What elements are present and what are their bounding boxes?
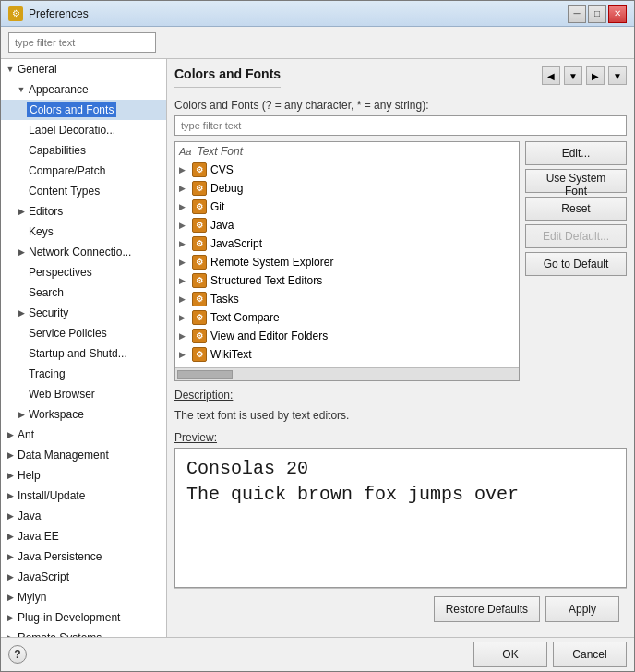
sidebar-label-java-persistence: Java Persistence [16, 549, 103, 564]
expand-install-icon[interactable]: ▶ [5, 490, 16, 501]
main-filter-input[interactable] [8, 32, 156, 53]
cancel-button[interactable]: Cancel [553, 642, 627, 667]
sidebar-item-colors-fonts[interactable]: Colors and Fonts [1, 100, 166, 120]
expand-java-icon[interactable]: ▶ [5, 510, 16, 522]
font-item-text-compare[interactable]: ▶ ⚙ Text Compare [175, 308, 519, 327]
expand-git-icon: ▶ [179, 202, 188, 211]
hscroll-bar[interactable] [175, 367, 519, 380]
hscroll-thumb[interactable] [177, 370, 233, 379]
expand-help-icon[interactable]: ▶ [5, 470, 16, 481]
sidebar-label-perspectives: Perspectives [27, 265, 94, 280]
expand-data-icon[interactable]: ▶ [5, 450, 16, 461]
sidebar-item-startup[interactable]: Startup and Shutd... [1, 343, 166, 364]
use-system-font-button[interactable]: Use System Font [525, 169, 627, 193]
sidebar-item-web-browser[interactable]: Web Browser [1, 384, 166, 404]
nav-dropdown-button[interactable]: ▼ [564, 66, 582, 85]
expand-web-icon [16, 389, 27, 400]
sidebar-label-search: Search [27, 285, 66, 300]
edit-default-button[interactable]: Edit Default... [525, 224, 627, 248]
expand-appearance-icon[interactable]: ▼ [16, 84, 27, 95]
nav-menu-button[interactable]: ▼ [608, 66, 627, 85]
sidebar-item-mylyn[interactable]: ▶ Mylyn [1, 587, 166, 607]
sidebar-item-java-persistence[interactable]: ▶ Java Persistence [1, 546, 166, 567]
sidebar-item-network[interactable]: ▶ Network Connectio... [1, 242, 166, 262]
sidebar-item-service-policies[interactable]: Service Policies [1, 323, 166, 343]
sidebar-item-security[interactable]: ▶ Security [1, 303, 166, 323]
preview-line2: The quick brown fox jumps over [186, 482, 615, 508]
preview-box: Consolas 20 The quick brown fox jumps ov… [174, 448, 627, 588]
sidebar-label-java-ee: Java EE [16, 529, 61, 544]
fonts-area: Aa Text Font ▶ ⚙ CVS ▶ ⚙ Deb [174, 141, 627, 381]
sidebar-item-workspace[interactable]: ▶ Workspace [1, 404, 166, 425]
ok-button[interactable]: OK [473, 642, 547, 667]
expand-java-persistence-icon[interactable]: ▶ [5, 551, 16, 562]
expand-workspace-icon[interactable]: ▶ [16, 409, 27, 420]
expand-editors-icon[interactable]: ▶ [16, 206, 27, 217]
reset-button[interactable]: Reset [525, 197, 627, 221]
sidebar-item-perspectives[interactable]: Perspectives [1, 262, 166, 282]
nav-back-button[interactable]: ◀ [542, 66, 560, 85]
expand-general-icon[interactable]: ▼ [5, 64, 16, 75]
font-item-java[interactable]: ▶ ⚙ Java [175, 216, 519, 234]
close-button[interactable]: ✕ [608, 5, 627, 23]
titlebar-controls: ─ □ ✕ [568, 5, 627, 23]
font-item-remote-sys[interactable]: ▶ ⚙ Remote System Explorer [175, 253, 519, 271]
sidebar-label-install-update: Install/Update [16, 488, 87, 503]
expand-plugin-icon[interactable]: ▶ [5, 612, 16, 623]
side-buttons: Edit... Use System Font Reset Edit Defau… [525, 141, 627, 381]
sidebar-item-javascript[interactable]: ▶ JavaScript [1, 567, 166, 587]
sidebar-item-java[interactable]: ▶ Java [1, 506, 166, 526]
sidebar: ▼ General ▼ Appearance Colors and Fonts [1, 59, 167, 637]
expand-compare-icon [16, 165, 27, 176]
expand-mylyn-icon[interactable]: ▶ [5, 592, 16, 603]
sidebar-label-service-policies: Service Policies [27, 326, 109, 341]
sidebar-item-editors[interactable]: ▶ Editors [1, 201, 166, 222]
sidebar-item-capabilities[interactable]: Capabilities [1, 140, 166, 161]
folder-tasks-icon: ⚙ [192, 292, 207, 306]
sidebar-item-install-update[interactable]: ▶ Install/Update [1, 486, 166, 506]
sidebar-item-general[interactable]: ▼ General [1, 59, 166, 79]
apply-button[interactable]: Apply [545, 596, 619, 622]
sidebar-item-ant[interactable]: ▶ Ant [1, 425, 166, 445]
sidebar-item-remote-systems[interactable]: ▶ Remote Systems [1, 628, 166, 637]
font-item-cvs[interactable]: ▶ ⚙ CVS [175, 161, 519, 179]
expand-ant-icon[interactable]: ▶ [5, 429, 16, 440]
edit-button[interactable]: Edit... [525, 141, 627, 165]
go-to-default-button[interactable]: Go to Default [525, 252, 627, 276]
font-item-tasks[interactable]: ▶ ⚙ Tasks [175, 290, 519, 308]
sidebar-item-label-decorations[interactable]: Label Decoratio... [1, 120, 166, 140]
sidebar-item-appearance[interactable]: ▼ Appearance [1, 79, 166, 100]
fonts-filter-input[interactable] [174, 115, 627, 136]
minimize-button[interactable]: ─ [568, 5, 586, 23]
font-item-wikitext[interactable]: ▶ ⚙ WikiText [175, 345, 519, 364]
font-item-git[interactable]: ▶ ⚙ Git [175, 198, 519, 216]
expand-network-icon[interactable]: ▶ [16, 246, 27, 258]
font-item-structured-text[interactable]: ▶ ⚙ Structured Text Editors [175, 271, 519, 290]
sidebar-item-keys[interactable]: Keys [1, 222, 166, 242]
restore-defaults-button[interactable]: Restore Defaults [434, 596, 540, 622]
fonts-list[interactable]: Aa Text Font ▶ ⚙ CVS ▶ ⚙ Deb [175, 142, 519, 367]
sidebar-item-plugin-dev[interactable]: ▶ Plug-in Development [1, 607, 166, 628]
expand-java-ee-icon[interactable]: ▶ [5, 531, 16, 542]
sidebar-label-compare-patch: Compare/Patch [27, 163, 107, 178]
expand-perspectives-icon [16, 267, 27, 278]
font-item-text-font-header[interactable]: Aa Text Font [175, 142, 519, 161]
font-item-debug[interactable]: ▶ ⚙ Debug [175, 179, 519, 198]
help-button[interactable]: ? [8, 645, 27, 664]
maximize-button[interactable]: □ [588, 5, 606, 23]
font-item-view-editor[interactable]: ▶ ⚙ View and Editor Folders [175, 327, 519, 345]
sidebar-item-compare-patch[interactable]: Compare/Patch [1, 161, 166, 181]
sidebar-item-search[interactable]: Search [1, 282, 166, 303]
font-item-javascript[interactable]: ▶ ⚙ JavaScript [175, 234, 519, 253]
expand-tracing-icon [16, 368, 27, 379]
sidebar-item-tracing[interactable]: Tracing [1, 364, 166, 384]
expand-security-icon[interactable]: ▶ [16, 307, 27, 318]
sidebar-item-content-types[interactable]: Content Types [1, 181, 166, 201]
sidebar-item-data-mgmt[interactable]: ▶ Data Management [1, 445, 166, 465]
expand-content-icon [16, 186, 27, 197]
sidebar-item-java-ee[interactable]: ▶ Java EE [1, 526, 166, 546]
nav-forward-button[interactable]: ▶ [586, 66, 605, 85]
sidebar-item-help[interactable]: ▶ Help [1, 465, 166, 486]
expand-javascript-icon[interactable]: ▶ [5, 571, 16, 582]
font-item-label-wikitext: WikiText [210, 348, 252, 361]
